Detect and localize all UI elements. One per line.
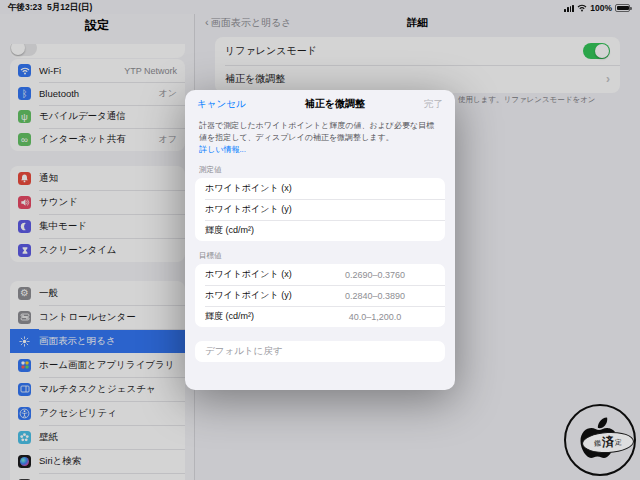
more-info-link[interactable]: 詳しい情報... — [199, 144, 441, 155]
field-label: 輝度 (cd/m²) — [205, 224, 254, 237]
measured-group: ホワイトポイント (x) ホワイトポイント (y) 輝度 (cd/m²) — [195, 178, 445, 241]
field-range-value: 0.2840–0.3890 — [315, 291, 435, 301]
modal-title: 補正を微調整 — [246, 97, 424, 111]
target-group: ホワイトポイント (x) 0.2690–0.3760 ホワイトポイント (y) … — [195, 264, 445, 327]
done-button[interactable]: 完了 — [424, 98, 443, 111]
field-label: ホワイトポイント (x) — [205, 268, 292, 281]
field-range-value: 40.0–1,200.0 — [315, 312, 435, 322]
reset-defaults-button[interactable]: デフォルトに戻す — [195, 341, 445, 362]
cancel-button[interactable]: キャンセル — [197, 98, 246, 111]
modal-header: キャンセル 補正を微調整 完了 — [185, 90, 455, 118]
target-white-point-x-field[interactable]: ホワイトポイント (x) 0.2690–0.3760 — [195, 264, 445, 285]
reset-group: デフォルトに戻す — [195, 341, 445, 362]
measured-section-label: 測定値 — [199, 165, 441, 175]
measured-white-point-x-field[interactable]: ホワイトポイント (x) — [195, 178, 445, 199]
field-label: ホワイトポイント (y) — [205, 203, 292, 216]
field-range-value: 0.2690–0.3760 — [315, 270, 435, 280]
reset-defaults-label: デフォルトに戻す — [205, 345, 283, 358]
measured-white-point-y-field[interactable]: ホワイトポイント (y) — [195, 199, 445, 220]
target-luminance-field[interactable]: 輝度 (cd/m²) 40.0–1,200.0 — [195, 306, 445, 327]
stamp-char-center: 済 — [602, 434, 615, 452]
field-label: ホワイトポイント (x) — [205, 182, 292, 195]
stamp-char-left: 鑑 — [594, 438, 602, 448]
target-section-label: 目標値 — [199, 251, 441, 261]
field-label: 輝度 (cd/m²) — [205, 310, 254, 323]
field-label: ホワイトポイント (y) — [205, 289, 292, 302]
modal-description: 計器で測定したホワイトポイントと輝度の値、および必要な目標値を指定して、ディスプ… — [199, 120, 441, 144]
ipad-settings-screen: 午後3:23 5月12日(日) 100% 設定 ✈ — [0, 0, 640, 480]
fine-tune-calibration-modal: キャンセル 補正を微調整 完了 計器で測定したホワイトポイントと輝度の値、および… — [185, 90, 455, 390]
measured-luminance-field[interactable]: 輝度 (cd/m²) — [195, 220, 445, 241]
certification-watermark: 鑑 済 定 — [564, 404, 636, 476]
stamp-char-right: 定 — [615, 437, 623, 447]
target-white-point-y-field[interactable]: ホワイトポイント (y) 0.2840–0.3890 — [195, 285, 445, 306]
